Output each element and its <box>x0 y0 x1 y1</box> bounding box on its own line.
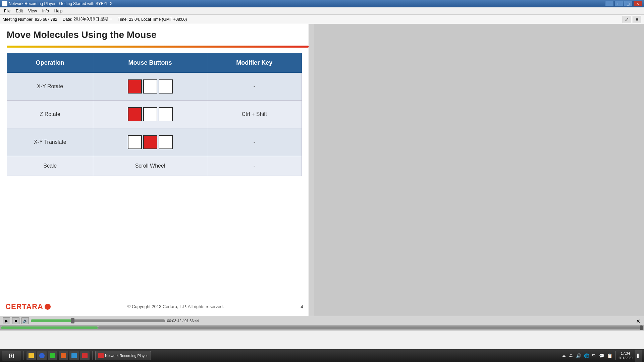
table-row: Z RotateCtrl + Shift <box>7 101 302 128</box>
copyright-text: © Copyright 2013 Certara, L.P. All right… <box>51 304 301 309</box>
tray-icon-6[interactable]: 💬 <box>599 353 604 358</box>
operation-cell: X-Y Rotate <box>7 73 93 101</box>
taskbar-clock[interactable]: 17:34 2013/9/9 <box>618 351 633 361</box>
progress-track[interactable] <box>31 319 165 322</box>
volume-button[interactable]: 🔊 <box>21 317 29 324</box>
taskbar-divider <box>23 351 24 360</box>
mouse-buttons-cell: Scroll Wheel <box>93 156 207 176</box>
mouse-button-inactive <box>159 107 173 121</box>
options-button[interactable]: ≡ <box>633 16 641 23</box>
timeline-fill <box>1 326 98 329</box>
slide-title: Move Molecules Using the Mouse <box>7 29 302 43</box>
tray-icon-5[interactable]: 🛡 <box>592 353 596 358</box>
table-row: ScaleScroll Wheel- <box>7 156 302 176</box>
menu-view[interactable]: View <box>25 8 40 14</box>
operation-cell: Z Rotate <box>7 101 93 128</box>
tray-divider <box>615 351 615 360</box>
mouse-button-icons <box>97 79 203 94</box>
modifier-key-cell: - <box>207 128 302 156</box>
mouse-button-inactive <box>143 107 157 121</box>
tray-icon-4[interactable]: 🌐 <box>584 353 589 358</box>
stop-button[interactable]: ■ <box>12 317 19 324</box>
taskbar-icon-app2[interactable] <box>59 351 68 360</box>
slide-panel: Move Molecules Using the Mouse Operation… <box>0 24 309 316</box>
slide-title-underline <box>7 46 309 48</box>
tray-icon-3[interactable]: 🔊 <box>576 353 581 358</box>
taskbar-icon-explorer[interactable] <box>26 351 36 360</box>
tray-icon-1[interactable]: ⏶ <box>562 353 566 358</box>
restore-button[interactable]: □ <box>614 1 623 7</box>
operation-cell: Scale <box>7 156 93 176</box>
taskbar-icon-app1[interactable] <box>48 351 57 360</box>
taskbar: ⊞ Network Recording Player ⏶ <box>0 349 644 362</box>
time-info: Time: 23:04, Local Time (GMT +08:00) <box>118 17 187 22</box>
table-row: X-Y Translate- <box>7 128 302 156</box>
time-label: Time: <box>118 17 128 22</box>
close-controls-button[interactable]: ✕ <box>636 318 641 323</box>
scroll-bar[interactable] <box>309 24 314 316</box>
modifier-key-cell: - <box>207 73 302 101</box>
menu-edit[interactable]: Edit <box>13 8 25 14</box>
meeting-number: 925 667 782 <box>35 17 57 22</box>
progress-fill <box>31 319 71 322</box>
col-header-mouse-buttons: Mouse Buttons <box>93 53 207 73</box>
fullscreen-button[interactable]: ⤢ <box>623 16 631 23</box>
time-total: 01:36:44 <box>184 319 199 323</box>
progress-thumb[interactable] <box>71 318 74 323</box>
slide-number: 4 <box>301 304 303 309</box>
taskbar-recording-player[interactable]: Network Recording Player <box>95 351 151 360</box>
start-button[interactable]: ⊞ <box>2 351 21 361</box>
mouse-buttons-cell <box>93 128 207 156</box>
certara-logo: CERTARA <box>5 302 51 311</box>
menu-help[interactable]: Help <box>52 8 65 14</box>
play-button[interactable]: ▶ <box>3 317 10 324</box>
modifier-key-cell: Ctrl + Shift <box>207 101 302 128</box>
certara-logo-circle <box>45 304 51 310</box>
time-current: 00:03:42 <box>167 319 181 323</box>
mouse-button-inactive <box>128 135 142 149</box>
taskbar-divider2 <box>92 351 93 360</box>
tray-icon-2[interactable]: 🖧 <box>569 353 573 358</box>
menu-info[interactable]: Info <box>40 8 52 14</box>
taskbar-icon-recording[interactable] <box>80 351 90 360</box>
date-info: Date: 2013年9月9日 星期一 <box>63 16 112 22</box>
modifier-key-cell: - <box>207 156 302 176</box>
mouse-button-active <box>128 107 142 121</box>
taskbar-icon-app3[interactable] <box>69 351 79 360</box>
mouse-buttons-cell <box>93 101 207 128</box>
meeting-label: Meeting Number: <box>3 17 34 22</box>
time-display: 00:03:42 / 01:36:44 <box>167 319 199 323</box>
date-value: 2013年9月9日 星期一 <box>73 16 112 22</box>
maximize-button[interactable]: ▢ <box>624 1 633 7</box>
show-desktop-button[interactable]: ▌ <box>635 350 642 362</box>
mouse-button-icons <box>97 135 203 149</box>
certara-logo-text: CERTARA <box>5 302 43 311</box>
close-button[interactable]: ✕ <box>633 1 642 7</box>
app-icon <box>2 1 7 6</box>
menu-bar: File Edit View Info Help <box>0 7 644 15</box>
window-title: Network Recording Player - Getting Start… <box>9 1 605 6</box>
recording-player-icon <box>98 353 104 358</box>
right-panel <box>309 24 644 316</box>
window-controls: ─ □ ▢ ✕ <box>605 1 642 7</box>
mouse-button-inactive <box>159 135 173 149</box>
timeline-track[interactable] <box>98 326 641 329</box>
clock-time: 17:34 <box>618 351 633 356</box>
col-header-operation: Operation <box>7 53 93 73</box>
timeline-thumb[interactable] <box>640 325 643 330</box>
mouse-button-icons <box>97 107 203 121</box>
mouse-button-inactive <box>143 79 157 94</box>
minimize-button[interactable]: ─ <box>605 1 614 7</box>
slide-body: Move Molecules Using the Mouse Operation… <box>0 24 309 176</box>
timeline-bar[interactable] <box>0 325 644 330</box>
menu-file[interactable]: File <box>1 8 13 14</box>
time-value: 23:04, Local Time (GMT +08:00) <box>129 17 187 22</box>
operation-cell: X-Y Translate <box>7 128 93 156</box>
title-bar: Network Recording Player - Getting Start… <box>0 0 644 7</box>
meeting-info: Meeting Number: 925 667 782 <box>3 17 57 22</box>
col-header-modifier-key: Modifier Key <box>207 53 302 73</box>
tray-icon-7[interactable]: 📋 <box>607 353 612 358</box>
operations-table: Operation Mouse Buttons Modifier Key X-Y… <box>7 53 302 176</box>
taskbar-icon-ie[interactable] <box>37 351 47 360</box>
content-area: Move Molecules Using the Mouse Operation… <box>0 24 644 316</box>
